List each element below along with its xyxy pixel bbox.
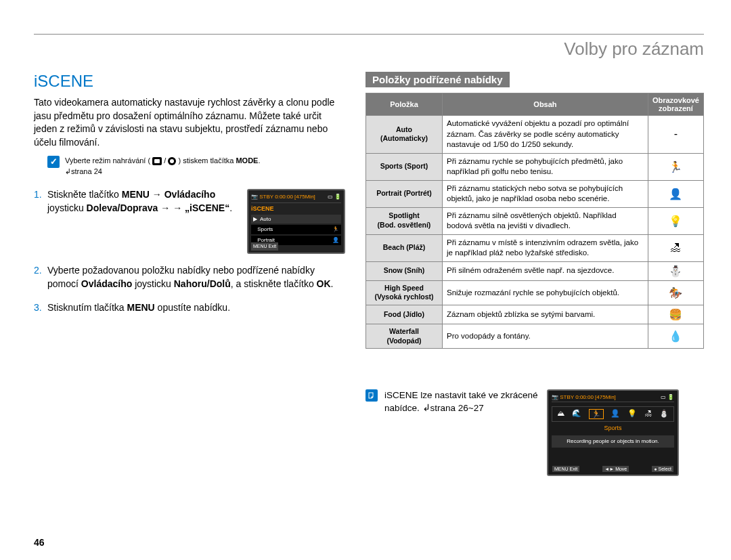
row-icon: 💧 xyxy=(648,324,703,348)
row-desc: Při záznamu v místě s intenzivním odraze… xyxy=(443,234,648,261)
steps-list: 📷 STBY 0:00:00 [475Min] ▭ 🔋 iSCENE ▶Auto… xyxy=(34,188,345,314)
row-icon: - xyxy=(648,116,703,154)
page-title: Volby pro záznam xyxy=(34,39,704,60)
table-row: Portrait (Portrét)Při záznamu statických… xyxy=(366,180,704,207)
row-item: Snow (Sníh) xyxy=(366,261,443,280)
row-icon: 🏃 xyxy=(648,153,703,180)
row-item: Waterfall(Vodopád) xyxy=(366,324,443,348)
row-icon: 👤 xyxy=(648,180,703,207)
section-title: iSCENE xyxy=(34,72,345,91)
row-icon: 🍔 xyxy=(648,305,703,324)
photo-mode-icon xyxy=(168,157,176,165)
table-row: High Speed(Vysoká rychlost)Snižuje rozma… xyxy=(366,280,704,305)
video-mode-icon xyxy=(152,157,162,165)
step-1: 📷 STBY 0:00:00 [475Min] ▭ 🔋 iSCENE ▶Auto… xyxy=(34,188,345,254)
row-desc: Při záznamu statických nebo sotva se poh… xyxy=(443,180,648,207)
row-desc: Záznam objektů zblízka se sytými barvami… xyxy=(443,305,648,324)
table-row: Snow (Sníh)Při silném odraženém světle n… xyxy=(366,261,704,280)
lcd-preview-2: 📷 STBY 0:00:00 [475Min] ▭ 🔋 ⛰🌊🏃👤💡🏖⛄ Spor… xyxy=(547,389,679,476)
table-row: Auto(Automaticky)Automatické vyvážení ob… xyxy=(366,116,704,154)
th-item: Položka xyxy=(366,93,443,116)
intro-text: Tato videokamera automaticky nastavuje r… xyxy=(34,96,345,149)
row-icon: 🏇 xyxy=(648,280,703,305)
row-item: Spotlight(Bod. osvětlení) xyxy=(366,207,443,234)
table-row: Beach (Pláž)Při záznamu v místě s intenz… xyxy=(366,234,704,261)
precheck-note: ✓ Vyberte režim nahrávání ( / ) stiskem … xyxy=(47,156,345,177)
tip-text: iSCENE lze nastavit také ve zkrácené nab… xyxy=(384,389,540,415)
row-desc: Snižuje rozmazání rychle se pohybujících… xyxy=(443,280,648,305)
row-item: Portrait (Portrét) xyxy=(366,180,443,207)
table-row: Spotlight(Bod. osvětlení)Při záznamu sil… xyxy=(366,207,704,234)
row-desc: Pro vodopády a fontány. xyxy=(443,324,648,348)
th-desc: Obsah xyxy=(443,93,648,116)
row-desc: Automatické vyvážení objektu a pozadí pr… xyxy=(443,116,648,154)
table-row: Sports (Sport)Při záznamu rychle se pohy… xyxy=(366,153,704,180)
submenu-table: Položka Obsah Obrazovkové zobrazení Auto… xyxy=(366,93,704,349)
page-number: 46 xyxy=(34,537,45,548)
check-icon: ✓ xyxy=(47,156,60,168)
table-row: Waterfall(Vodopád)Pro vodopády a fontány… xyxy=(366,324,704,348)
row-desc: Při záznamu silně osvětlených objektů. N… xyxy=(443,207,648,234)
row-item: Auto(Automaticky) xyxy=(366,116,443,154)
row-desc: Při silném odraženém světle např. na sje… xyxy=(443,261,648,280)
row-icon: 🏖 xyxy=(648,234,703,261)
step-2: Vyberte požadovanou položku nabídky nebo… xyxy=(34,263,345,291)
row-item: Food (Jídlo) xyxy=(366,305,443,324)
lcd-preview-1: 📷 STBY 0:00:00 [475Min] ▭ 🔋 iSCENE ▶Auto… xyxy=(247,189,345,254)
th-icon: Obrazovkové zobrazení xyxy=(648,93,703,116)
row-item: Sports (Sport) xyxy=(366,153,443,180)
step-3: Stisknutím tlačítka MENU opustíte nabídk… xyxy=(34,301,345,314)
note-icon xyxy=(366,389,378,402)
row-item: Beach (Pláž) xyxy=(366,234,443,261)
submenu-heading: Položky podřízené nabídky xyxy=(366,72,510,87)
row-icon: 💡 xyxy=(648,207,703,234)
row-desc: Při záznamu rychle se pohybujících předm… xyxy=(443,153,648,180)
table-row: Food (Jídlo)Záznam objektů zblízka se sy… xyxy=(366,305,704,324)
row-item: High Speed(Vysoká rychlost) xyxy=(366,280,443,305)
row-icon: ⛄ xyxy=(648,261,703,280)
